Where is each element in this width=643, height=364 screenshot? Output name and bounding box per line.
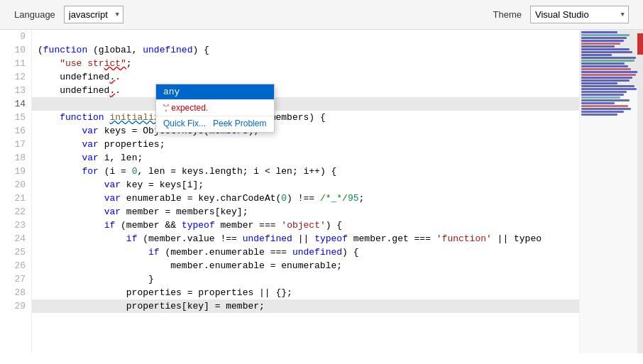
language-select[interactable]: javascript typescript python html css	[64, 6, 123, 23]
quick-fix-link[interactable]: Quick Fix...	[163, 118, 206, 128]
line-num: 29	[0, 299, 26, 313]
code-line-19: for (i = 0, len = keys.length; i < len; …	[32, 165, 579, 178]
code-line-14	[32, 97, 579, 111]
language-select-wrapper[interactable]: javascript typescript python html css	[64, 6, 123, 23]
theme-select[interactable]: Visual Studio Visual Studio Dark High Co…	[530, 6, 629, 23]
line-num: 12	[0, 70, 26, 84]
code-line-22: var member = members[key];	[32, 205, 579, 219]
intellisense-popup[interactable]: any ';' expected. Quick Fix... Peek Prob…	[155, 84, 275, 133]
line-num: 25	[0, 246, 26, 259]
line-num: 23	[0, 219, 26, 232]
line-num: 21	[0, 192, 26, 205]
line-num: 26	[0, 259, 26, 272]
code-line-25: if (member.enumerable === undefined) {	[32, 246, 579, 259]
code-line-9	[32, 30, 579, 43]
minimap[interactable]	[579, 30, 643, 353]
line-numbers: 9 10 11 12 13 14 15 16 17 18 19 20 21 22…	[0, 30, 32, 353]
line-num: 24	[0, 232, 26, 246]
intellisense-actions: Quick Fix... Peek Problem	[156, 116, 274, 132]
code-line-15: function initializeProperties(target, me…	[32, 111, 579, 124]
code-line-18: var i, len;	[32, 151, 579, 165]
line-num: 13	[0, 84, 26, 97]
line-num: 16	[0, 124, 26, 138]
theme-label: Theme	[493, 9, 522, 20]
line-num: 10	[0, 43, 26, 57]
line-num: 27	[0, 272, 26, 286]
code-line-12: undefined..	[32, 70, 579, 84]
line-num: 17	[0, 138, 26, 151]
line-num: 9	[0, 30, 26, 43]
toolbar: Language javascript typescript python ht…	[0, 0, 643, 30]
line-num: 19	[0, 165, 26, 178]
line-num: 28	[0, 286, 26, 299]
code-line-27: }	[32, 272, 579, 286]
line-num: 20	[0, 178, 26, 192]
code-line-23: if (member && typeof member === 'object'…	[32, 219, 579, 232]
code-line-10: (function (global, undefined) {	[32, 43, 579, 57]
code-line-28: properties = properties || {};	[32, 286, 579, 299]
line-num: 14	[0, 97, 26, 111]
code-line-24: if (member.value !== undefined || typeof…	[32, 232, 579, 246]
code-line-16: var keys = Object.keys(members);	[32, 124, 579, 138]
line-num: 18	[0, 151, 26, 165]
code-line-17: var properties;	[32, 138, 579, 151]
code-line-21: var enumerable = key.charCodeAt(0) !== /…	[32, 192, 579, 205]
peek-problem-link[interactable]: Peek Problem	[213, 118, 266, 128]
minimap-scrollbar[interactable]	[637, 30, 643, 353]
code-area[interactable]: (function (global, undefined) { "use str…	[32, 30, 579, 353]
code-line-13: undefined..	[32, 84, 579, 97]
line-num: 11	[0, 57, 26, 70]
code-line-20: var key = keys[i];	[32, 178, 579, 192]
code-line-11: "use strict";	[32, 57, 579, 70]
line-num: 22	[0, 205, 26, 219]
intellisense-item-any[interactable]: any	[156, 84, 274, 99]
language-label: Language	[14, 9, 55, 20]
minimap-scrollbar-thumb[interactable]	[637, 33, 643, 55]
theme-select-wrapper[interactable]: Visual Studio Visual Studio Dark High Co…	[530, 6, 629, 23]
intellisense-error: ';' expected.	[156, 100, 274, 116]
line-num: 15	[0, 111, 26, 124]
code-line-29: properties[key] = member;	[32, 299, 579, 313]
code-line-26: member.enumerable = enumerable;	[32, 259, 579, 272]
editor-container: 9 10 11 12 13 14 15 16 17 18 19 20 21 22…	[0, 30, 643, 353]
